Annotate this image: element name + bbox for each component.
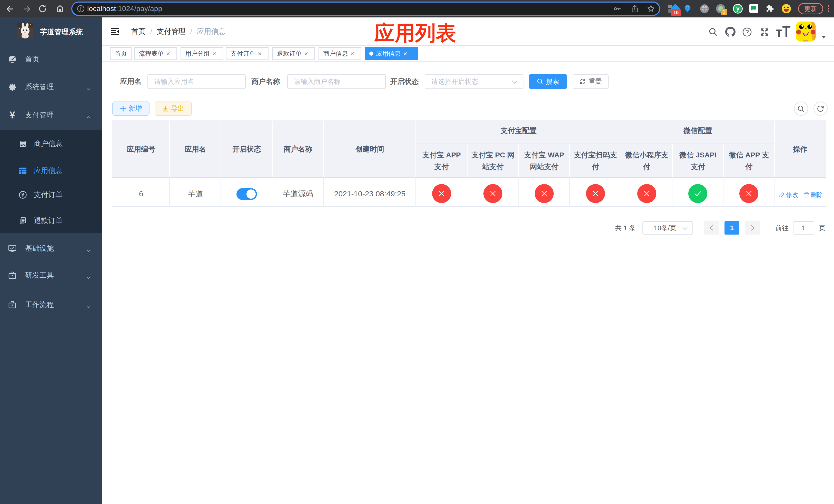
- svg-text:¥: ¥: [22, 192, 24, 198]
